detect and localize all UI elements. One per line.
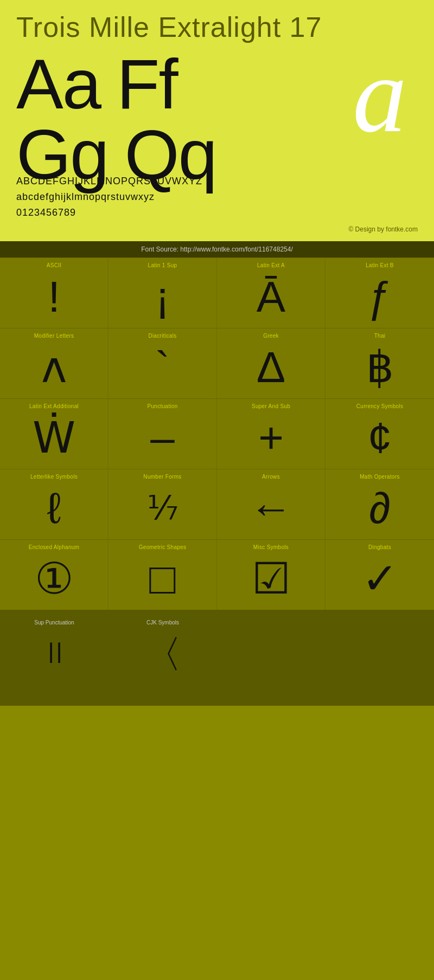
sym-arrows: ← [250, 484, 293, 533]
sym-enclosed: ① [35, 555, 74, 603]
cell-punctuation: Punctuation – [108, 399, 217, 469]
cell-latinextadd: Latin Ext Additional Ẇ [0, 399, 108, 469]
glyph-grid: ASCII ! Latin 1 Sup ¡ Latin Ext A Ā Lati… [0, 257, 434, 610]
cat-cjk: CJK Symbols [146, 620, 179, 626]
glyph-row-2: Gg Qq [16, 119, 216, 190]
cat-dingbats: Dingbats [368, 544, 391, 550]
cell-modifier: Modifier Letters ʌ [0, 328, 108, 398]
cat-numberforms: Number Forms [143, 474, 181, 480]
cell-letterlike: Letterlike Symbols ℓ [0, 469, 108, 539]
sym-superandsub: + [258, 414, 284, 462]
cell-suppunct: Sup Punctuation ꡷ [0, 615, 108, 684]
cat-ascii: ASCII [47, 262, 62, 268]
cat-enclosed: Enclosed Alphanum [29, 544, 80, 550]
cell-latinexta: Latin Ext A Ā [217, 258, 326, 328]
glyph-row-2: Modifier Letters ʌ Diacriticals ` Greek … [0, 328, 434, 398]
sym-greek: Δ [257, 343, 285, 392]
cell-enclosed: Enclosed Alphanum ① [0, 540, 108, 610]
cat-letterlike: Letterlike Symbols [30, 474, 78, 480]
cat-misc: Misc Symbols [253, 544, 289, 550]
cell-mathop: Math Operators ∂ [326, 469, 434, 539]
glyph-a-large: a [353, 43, 407, 146]
sym-dingbats: ✓ [362, 555, 398, 603]
glyph-row-1: ASCII ! Latin 1 Sup ¡ Latin Ext A Ā Lati… [0, 257, 434, 328]
sym-letterlike: ℓ [47, 484, 61, 533]
cell-thai: Thai ฿ [326, 328, 434, 398]
cell-arrows: Arrows ← [217, 469, 326, 539]
credit-line: © Design by fontke.com [16, 223, 418, 236]
cell-misc: Misc Symbols ☑ [217, 540, 326, 610]
cell-empty1 [217, 615, 326, 684]
sym-punctuation: – [150, 414, 175, 462]
cat-latin1sup: Latin 1 Sup [148, 262, 177, 268]
sym-geoshapes: □ [149, 555, 175, 603]
cat-latinexta: Latin Ext A [257, 262, 285, 268]
bottom-row: Sup Punctuation ꡷ CJK Symbols 〈 [0, 610, 434, 689]
sym-mathop: ∂ [369, 484, 391, 533]
glyph-ff: Ff [117, 49, 177, 119]
glyph-row-4: Letterlike Symbols ℓ Number Forms ⅐ Arro… [0, 469, 434, 539]
numbers: 0123456789 [16, 205, 418, 221]
cell-geoshapes: Geometric Shapes □ [108, 540, 217, 610]
cell-empty2 [326, 615, 434, 684]
cat-arrows: Arrows [262, 474, 280, 480]
sym-latinextb: ƒ [368, 273, 392, 321]
sym-modifier: ʌ [41, 343, 67, 392]
cell-cjk: CJK Symbols 〈 [108, 615, 217, 684]
cat-modifier: Modifier Letters [34, 333, 74, 339]
cell-currency: Currency Symbols ¢ [326, 399, 434, 469]
cat-diacriticals: Diacriticals [149, 333, 177, 339]
cell-diacriticals: Diacriticals ` [108, 328, 217, 398]
sym-ascii: ! [48, 273, 60, 321]
sym-latinextadd: Ẇ [33, 414, 75, 462]
cat-superandsub: Super And Sub [252, 403, 290, 409]
glyph-aa: Aa [16, 49, 100, 119]
glyph-gg: Gg [16, 119, 108, 190]
glyph-pairs: Aa Ff Gg Qq [16, 49, 216, 190]
large-glyphs-display: Aa Ff Gg Qq a [16, 49, 418, 168]
cell-superandsub: Super And Sub + [217, 399, 326, 469]
sym-diacriticals: ` [155, 343, 170, 392]
glyph-row-5: Enclosed Alphanum ① Geometric Shapes □ M… [0, 539, 434, 610]
cat-geoshapes: Geometric Shapes [139, 544, 187, 550]
sym-latin1sup: ¡ [155, 273, 170, 321]
cell-greek: Greek Δ [217, 328, 326, 398]
source-bar: Font Source: http://www.fontke.com/font/… [0, 241, 434, 257]
cat-thai: Thai [374, 333, 386, 339]
cat-currency: Currency Symbols [356, 403, 404, 409]
cat-punctuation: Punctuation [147, 403, 177, 409]
cat-latinextb: Latin Ext B [366, 262, 394, 268]
glyph-row-3: Latin Ext Additional Ẇ Punctuation – Sup… [0, 398, 434, 469]
sym-cjk: 〈 [144, 630, 182, 679]
sym-currency: ¢ [368, 414, 392, 462]
cell-numberforms: Number Forms ⅐ [108, 469, 217, 539]
cell-latin1sup: Latin 1 Sup ¡ [108, 258, 217, 328]
cell-latinextb: Latin Ext B ƒ [326, 258, 434, 328]
cell-dingbats: Dingbats ✓ [326, 540, 434, 610]
sym-numberforms: ⅐ [147, 484, 178, 533]
glyph-row-1: Aa Ff [16, 49, 216, 119]
cat-latinextadd: Latin Ext Additional [29, 403, 79, 409]
cat-mathop: Math Operators [360, 474, 400, 480]
cat-suppunct: Sup Punctuation [34, 620, 74, 626]
glyph-qq: Qq [124, 119, 216, 190]
bottom-section: Sup Punctuation ꡷ CJK Symbols 〈 [0, 610, 434, 706]
cat-greek: Greek [263, 333, 279, 339]
sym-misc: ☑ [252, 555, 291, 603]
cell-ascii: ASCII ! [0, 258, 108, 328]
sym-suppunct: ꡷ [38, 630, 71, 679]
sym-latinexta: Ā [257, 273, 285, 321]
top-section: Trois Mille Extralight 17 Aa Ff Gg Qq a … [0, 0, 434, 241]
sym-thai: ฿ [366, 343, 394, 392]
